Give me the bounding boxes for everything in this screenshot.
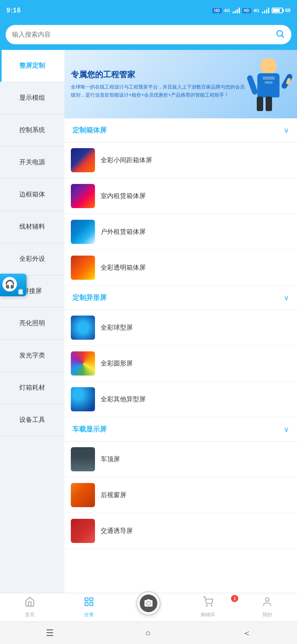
product-item-2-2[interactable]: 交通诱导屏 xyxy=(64,513,297,549)
figure-leg-right xyxy=(266,97,272,111)
cart-icon xyxy=(203,597,213,610)
hd-badge-2: HD xyxy=(242,8,251,13)
battery-percent: 88 xyxy=(285,8,291,13)
sidebar-item-8[interactable]: 亮化照明 xyxy=(0,308,64,340)
profile-icon xyxy=(262,597,272,610)
home-icon xyxy=(25,597,35,610)
android-back-button[interactable]: ＜ xyxy=(242,627,251,639)
product-name-2-1: 后视窗屏 xyxy=(101,491,126,500)
figure-body xyxy=(258,73,280,97)
svg-point-8 xyxy=(211,605,212,606)
sidebar-item-0[interactable]: 整屏定制 xyxy=(0,50,64,82)
category-title-2: 车载显示屏 xyxy=(72,425,107,434)
network-2: 4G xyxy=(254,8,260,13)
status-bar: 9:16 HD 4G HD 4G 88 xyxy=(0,0,297,21)
product-item-2-1[interactable]: 后视窗屏 xyxy=(64,477,297,513)
product-item-0-3[interactable]: 全彩透明箱体屏 xyxy=(64,250,297,286)
nav-item-camera[interactable] xyxy=(119,599,178,615)
sidebar-item-1[interactable]: 显示模组 xyxy=(0,82,64,114)
chevron-icon-2: ∨ xyxy=(284,425,289,434)
sidebar-item-4[interactable]: 边框箱体 xyxy=(0,179,64,211)
sidebar-label-11: 设备工具 xyxy=(19,416,45,424)
category-header-0[interactable]: 定制箱体屏 ∨ xyxy=(64,118,297,142)
signal-bars-2 xyxy=(262,8,269,13)
android-menu-button[interactable]: ☰ xyxy=(46,628,54,638)
battery-fill xyxy=(273,9,280,12)
product-thumb-1-1 xyxy=(71,351,95,376)
android-home-button[interactable]: ○ xyxy=(145,628,151,638)
product-thumb-2-1 xyxy=(71,483,95,507)
android-nav: ☰ ○ ＜ xyxy=(0,621,297,644)
signal-bars-1 xyxy=(233,8,240,13)
svg-rect-5 xyxy=(90,603,93,606)
sidebar-label-5: 线材辅料 xyxy=(19,223,45,231)
sidebar-item-6[interactable]: 全彩外设 xyxy=(0,243,64,275)
online-service-float[interactable]: 🎧 在线客服 xyxy=(0,274,27,296)
sidebar-item-5[interactable]: 线材辅料 xyxy=(0,211,64,243)
camera-button[interactable] xyxy=(136,591,161,615)
svg-point-7 xyxy=(206,605,207,606)
nav-item-category[interactable]: 分类 xyxy=(60,597,119,618)
banner-title: 专属您的工程管家 xyxy=(71,69,246,80)
product-thumb-0-2 xyxy=(71,220,95,244)
nav-item-home[interactable]: 首页 xyxy=(0,597,60,618)
search-button[interactable] xyxy=(275,29,285,40)
product-item-1-1[interactable]: 全彩圆形屏 xyxy=(64,346,297,382)
product-item-2-0[interactable]: 车顶屏 xyxy=(64,442,297,477)
headset-circle: 🎧 xyxy=(2,277,17,291)
category-header-2[interactable]: 车载显示屏 ∨ xyxy=(64,417,297,442)
product-item-1-2[interactable]: 全彩其他异型屏 xyxy=(64,382,297,417)
svg-line-1 xyxy=(282,36,284,37)
network-1: 4G xyxy=(224,8,230,13)
sidebar-item-3[interactable]: 开关电源 xyxy=(0,147,64,179)
product-name-0-0: 全彩小间距箱体屏 xyxy=(101,156,152,165)
product-thumb-0-3 xyxy=(71,256,95,280)
nav-item-cart[interactable]: 1 购物车 xyxy=(178,597,238,618)
category-title-1: 定制异形屏 xyxy=(72,293,107,302)
figure-arm-right xyxy=(280,73,293,90)
search-input-wrap[interactable] xyxy=(6,25,291,44)
banner: 专属您的工程管家 全球唯一的在线工程设计与工程预算平台，并且嵌入上下游数百家品牌… xyxy=(64,50,297,118)
category-icon xyxy=(84,597,94,610)
sidebar-item-2[interactable]: 控制系统 xyxy=(0,114,64,147)
cart-badge-count: 1 xyxy=(231,595,238,602)
status-time: 9:16 xyxy=(6,7,21,14)
nav-label-profile: 我的 xyxy=(262,611,272,618)
product-name-2-2: 交通诱导屏 xyxy=(101,527,133,535)
product-item-0-1[interactable]: 室内租赁箱体屏 xyxy=(64,178,297,214)
bottom-nav: 首页 分类 xyxy=(0,593,297,621)
figure-leg-left xyxy=(257,97,263,111)
product-thumb-2-2 xyxy=(71,519,95,543)
search-input[interactable] xyxy=(12,31,271,38)
product-thumb-1-0 xyxy=(71,316,95,340)
figure-finger xyxy=(286,78,291,85)
content-area: 专属您的工程管家 全球唯一的在线工程设计与工程预算平台，并且嵌入上下游数百家品牌… xyxy=(64,50,297,613)
sidebar-item-11[interactable]: 设备工具 xyxy=(0,404,64,436)
sidebar-label-0: 整屏定制 xyxy=(19,62,45,70)
chevron-icon-1: ∨ xyxy=(284,293,289,302)
product-name-2-0: 车顶屏 xyxy=(101,455,120,464)
sidebar-item-9[interactable]: 发光字类 xyxy=(0,340,64,372)
svg-rect-3 xyxy=(90,598,93,601)
svg-point-9 xyxy=(266,598,269,601)
product-item-0-2[interactable]: 户外租赁箱体屏 xyxy=(64,214,297,250)
sidebar-label-3: 开关电源 xyxy=(19,158,45,167)
sidebar-label-9: 发光字类 xyxy=(19,351,45,360)
product-name-0-3: 全彩透明箱体屏 xyxy=(101,264,146,272)
product-name-0-2: 户外租赁箱体屏 xyxy=(101,228,146,236)
product-name-1-1: 全彩圆形屏 xyxy=(101,359,133,368)
product-name-1-2: 全彩其他异型屏 xyxy=(101,395,146,404)
camera-inner xyxy=(140,594,157,612)
category-header-1[interactable]: 定制异形屏 ∨ xyxy=(64,286,297,310)
banner-text: 专属您的工程管家 全球唯一的在线工程设计与工程预算平台，并且嵌入上下游数百家品牌… xyxy=(71,69,246,99)
product-item-0-0[interactable]: 全彩小间距箱体屏 xyxy=(64,142,297,178)
sidebar-label-1: 显示模组 xyxy=(19,94,45,102)
product-thumb-0-0 xyxy=(71,148,95,172)
sidebar-label-2: 控制系统 xyxy=(19,126,45,134)
headset-icon: 🎧 xyxy=(5,279,15,289)
banner-description: 全球唯一的在线工程设计与工程预算平台，并且嵌入上下游数百家品牌与您的会员级别，是… xyxy=(71,83,246,99)
nav-item-profile[interactable]: 我的 xyxy=(237,597,297,618)
sidebar-item-10[interactable]: 灯箱耗材 xyxy=(0,372,64,404)
product-item-1-0[interactable]: 全彩球型屏 xyxy=(64,310,297,346)
product-thumb-0-1 xyxy=(71,184,95,208)
